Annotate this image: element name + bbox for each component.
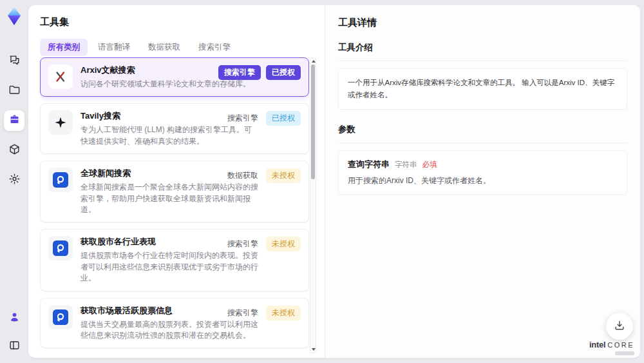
blue-search-logo-icon bbox=[48, 168, 73, 192]
tool-category-tag: 搜索引擎 bbox=[225, 306, 261, 320]
intel-core-sub-mark bbox=[615, 351, 634, 355]
folder-icon bbox=[8, 84, 21, 99]
gear-icon bbox=[8, 173, 21, 188]
tool-list-pane: 工具集 所有类别语言翻译数据获取搜索引擎 Arxiv文献搜索 访问各个研究领域大… bbox=[28, 5, 325, 358]
tool-name: Arxiv文献搜索 bbox=[80, 64, 222, 76]
tool-category-tag: 数据获取 bbox=[225, 168, 261, 183]
main-content: 工具集 所有类别语言翻译数据获取搜索引擎 Arxiv文献搜索 访问各个研究领域大… bbox=[28, 5, 640, 358]
arxiv-logo-icon bbox=[48, 64, 73, 89]
scrollbar-thumb[interactable] bbox=[311, 64, 315, 179]
app-window: 工具集 所有类别语言翻译数据获取搜索引擎 Arxiv文献搜索 访问各个研究领域大… bbox=[0, 0, 644, 363]
intel-brand-text: intel bbox=[589, 340, 605, 349]
download-button[interactable] bbox=[606, 313, 633, 340]
tool-status-badge: 未授权 bbox=[266, 237, 301, 251]
tab-category-0[interactable]: 所有类别 bbox=[40, 39, 88, 56]
tool-status-badge: 未授权 bbox=[266, 168, 301, 183]
tool-status-badge: 已授权 bbox=[266, 65, 301, 80]
tool-list-item[interactable]: 全球新闻搜索 全球新闻搜索是一个聚合全球各大新闻网站内容的搜索引擎，帮助用户快速… bbox=[40, 161, 309, 222]
intro-card: 一个用于从Arxiv存储库搜索科学论文和文章的工具。 输入可以是Arxiv ID… bbox=[338, 68, 627, 110]
tool-name: 全球新闻搜索 bbox=[80, 168, 222, 179]
tool-status-badge: 未授权 bbox=[266, 306, 301, 320]
tool-list-item[interactable]: 获取市场最活跃股票信息 提供当天交易量最高的股票列表。投资者可以利用这些信息来识… bbox=[40, 298, 309, 349]
tool-list-item[interactable]: 获取股市各行业表现 提供股票市场各个行业在特定时间段内的表现。投资者可以利用这些… bbox=[40, 229, 309, 291]
tool-description: 全球新闻搜索是一个聚合全球各大新闻网站内容的搜索引擎，帮助用户快速获取全球最新资… bbox=[80, 182, 258, 215]
tool-detail-pane: 工具详情 工具介绍 一个用于从Arxiv存储库搜索科学论文和文章的工具。 输入可… bbox=[325, 5, 640, 358]
page-title: 工具集 bbox=[40, 16, 325, 28]
tool-description: 专为人工智能代理 (LLM) 构建的搜索引擎工具。可快速提供实时、准确和真实的结… bbox=[80, 124, 258, 147]
intro-text: 一个用于从Arxiv存储库搜索科学论文和文章的工具。 输入可以是Arxiv ID… bbox=[348, 77, 618, 101]
blue-search-logo-icon bbox=[48, 305, 73, 329]
scrollbar[interactable] bbox=[310, 57, 316, 353]
tool-name: 获取市场最活跃股票信息 bbox=[80, 305, 222, 317]
tool-list-item[interactable]: Arxiv文献搜索 访问各个研究领域大量科学论文和文章的存储库。 搜索引擎 已授… bbox=[40, 57, 309, 97]
cube-icon bbox=[8, 143, 21, 158]
category-tabs: 所有类别语言翻译数据获取搜索引擎 bbox=[40, 39, 325, 56]
sidebar-item-panel[interactable] bbox=[4, 336, 24, 357]
tool-description: 访问各个研究领域大量科学论文和文章的存储库。 bbox=[80, 79, 258, 90]
param-name: 查询字符串 bbox=[348, 159, 390, 170]
tool-category-tag: 搜索引擎 bbox=[218, 65, 261, 80]
scrollbar-down-arrow-icon[interactable] bbox=[312, 348, 316, 351]
download-icon bbox=[613, 319, 626, 334]
sidebar-nav bbox=[4, 51, 24, 190]
sidebar-item-profile[interactable] bbox=[4, 308, 24, 328]
sidebar bbox=[0, 0, 28, 363]
sidebar-item-settings[interactable] bbox=[4, 170, 24, 190]
tool-name: Tavily搜索 bbox=[80, 110, 222, 122]
tool-description: 提供股票市场各个行业在特定时间段内的表现。投资者可以利用这些信息来识别表现优于或… bbox=[80, 250, 258, 284]
param-header: 查询字符串 字符串 必填 bbox=[348, 159, 618, 170]
param-description: 用于搜索的Arxiv ID、关键字或作者姓名。 bbox=[348, 175, 618, 186]
sidebar-bottom bbox=[4, 308, 24, 357]
tool-status-badge: 已授权 bbox=[266, 111, 301, 126]
tool-category-tag: 搜索引擎 bbox=[225, 111, 261, 126]
tavily-sparkle-icon bbox=[48, 110, 73, 135]
tab-category-1[interactable]: 语言翻译 bbox=[90, 39, 138, 56]
core-brand-text: core bbox=[607, 341, 634, 349]
detail-title: 工具详情 bbox=[338, 17, 627, 29]
blue-search-logo-icon bbox=[48, 236, 73, 260]
app-logo-gem-icon[interactable] bbox=[4, 6, 24, 26]
briefcase-icon bbox=[8, 113, 21, 128]
param-card: 查询字符串 字符串 必填 用于搜索的Arxiv ID、关键字或作者姓名。 bbox=[338, 150, 627, 195]
intro-heading: 工具介绍 bbox=[338, 42, 627, 61]
tool-name: 获取股市各行业表现 bbox=[80, 236, 222, 248]
tool-list: Arxiv文献搜索 访问各个研究领域大量科学论文和文章的存储库。 搜索引擎 已授… bbox=[40, 57, 309, 353]
sidebar-item-chat[interactable] bbox=[4, 51, 24, 72]
user-icon bbox=[8, 311, 21, 326]
tool-list-item[interactable]: Tavily搜索 专为人工智能代理 (LLM) 构建的搜索引擎工具。可快速提供实… bbox=[40, 103, 309, 154]
tab-category-2[interactable]: 数据获取 bbox=[140, 39, 188, 56]
tool-description: 提供当天交易量最高的股票列表。投资者可以利用这些信息来识别流动性强的股票和潜在的… bbox=[80, 319, 258, 342]
tab-category-3[interactable]: 搜索引擎 bbox=[191, 39, 238, 56]
panel-toggle-icon bbox=[8, 339, 21, 354]
chat-icon bbox=[8, 54, 21, 69]
tool-category-tag: 搜索引擎 bbox=[225, 237, 261, 251]
params-heading: 参数 bbox=[338, 124, 627, 143]
param-type: 字符串 bbox=[395, 160, 417, 170]
intel-core-logo: intelcore bbox=[589, 339, 634, 355]
scrollbar-up-arrow-icon[interactable] bbox=[312, 60, 316, 63]
param-required-badge: 必填 bbox=[422, 160, 437, 170]
sidebar-item-models[interactable] bbox=[4, 140, 24, 161]
sidebar-item-tools[interactable] bbox=[4, 110, 24, 131]
sidebar-item-folder[interactable] bbox=[4, 81, 24, 101]
